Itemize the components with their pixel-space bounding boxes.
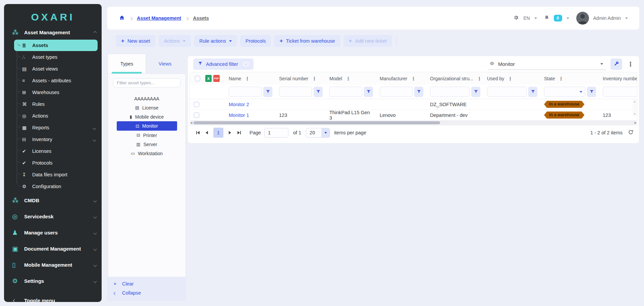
asset-name-link[interactable]: Monitor 1	[229, 113, 249, 118]
column-filter-funnel-button[interactable]	[471, 87, 480, 97]
breadcrumb-link-asset-management[interactable]: Asset Management	[137, 15, 181, 21]
sidebar-item-actions[interactable]: ◎Actions	[14, 110, 98, 122]
sidebar-item-inventory[interactable]: ⊟Inventory	[14, 133, 98, 145]
sidebar-item-asset-views[interactable]: ▤Asset views	[14, 63, 98, 75]
add-new-ticket-button[interactable]: +Add new ticket	[343, 35, 392, 47]
collapse-button[interactable]: Collapse	[108, 288, 185, 297]
asset-type-printer[interactable]: ⊟Printer	[108, 131, 185, 140]
column-filter-input[interactable]	[603, 87, 637, 97]
column-filter-input[interactable]	[430, 87, 470, 97]
table-filter-bar: Advanced filter - Monitor ⋮	[188, 56, 639, 72]
previous-page-button[interactable]	[202, 128, 211, 137]
protocols-button[interactable]: Protocols	[240, 35, 271, 47]
scroll-down-icon[interactable]: ▼	[633, 113, 636, 116]
gear-icon[interactable]	[513, 15, 519, 21]
horizontal-scrollbar[interactable]: ◀ ▶	[190, 121, 637, 125]
last-page-button[interactable]	[234, 128, 244, 137]
asset-type-workstation[interactable]: ▭Workstation	[108, 149, 185, 158]
sidebar-item-protocols[interactable]: ✔Protocols	[14, 157, 98, 169]
sidebar-section-cmdb[interactable]: ⁂CMDB	[4, 192, 102, 208]
notifications-dropdown-caret-icon[interactable]	[567, 17, 569, 19]
column-menu-icon[interactable]: ⋮	[411, 76, 416, 81]
column-settings-button[interactable]	[610, 58, 622, 70]
language-dropdown-caret-icon[interactable]	[534, 17, 537, 19]
asset-type-license[interactable]: ▤License	[108, 103, 185, 112]
horizontal-scrollbar-thumb[interactable]	[194, 121, 440, 124]
view-select[interactable]: Monitor	[488, 58, 606, 70]
sidebar-item-assets-attributes[interactable]: ≡Assets - attributes	[14, 75, 98, 86]
breadcrumb-current-assets[interactable]: Assets	[193, 15, 209, 21]
clear-button[interactable]: ×Clear	[108, 279, 185, 288]
table-kebab-menu[interactable]: ⋮	[627, 60, 634, 68]
column-menu-icon[interactable]: ⋮	[245, 76, 250, 81]
actions-button[interactable]: Actions	[159, 35, 191, 47]
sidebar-item-label: Assets	[32, 43, 48, 48]
tab-views[interactable]: Views	[146, 54, 184, 74]
vertical-scrollbar[interactable]: ▲ ▼	[633, 99, 637, 116]
column-filter-funnel-button[interactable]	[587, 87, 596, 97]
column-filter-input[interactable]	[380, 87, 413, 97]
scroll-left-icon[interactable]: ◀	[190, 121, 192, 124]
avatar[interactable]	[576, 12, 589, 25]
row-checkbox[interactable]	[194, 102, 199, 107]
next-page-button[interactable]	[225, 128, 234, 137]
sidebar-item-asset-types[interactable]: ∴Asset types	[14, 51, 98, 63]
asset-type-mobile-device[interactable]: ▮Mobile device	[108, 112, 185, 121]
asset-type-label: Printer	[143, 133, 157, 138]
toggle-menu-button[interactable]: Toggle menu	[4, 294, 102, 302]
user-menu-caret-icon[interactable]	[625, 17, 628, 19]
column-filter-funnel-button[interactable]	[314, 87, 323, 97]
home-icon[interactable]	[119, 15, 125, 22]
column-menu-icon[interactable]: ⋮	[346, 76, 351, 81]
sidebar-item-data-files-import[interactable]: ↧Data files import	[14, 169, 98, 180]
column-filter-funnel-button[interactable]	[263, 87, 272, 97]
sidebar-section-document-management[interactable]: ▣Document Management	[4, 241, 102, 257]
sidebar-section-manage-users[interactable]: ♟Manage users	[4, 224, 102, 241]
sidebar-item-configuration[interactable]: ⚙Configuration	[14, 180, 98, 192]
advanced-filter-button[interactable]: Advanced filter -	[193, 58, 254, 70]
sidebar-item-rules[interactable]: ⌘Rules	[14, 98, 98, 110]
sidebar-item-warehouses[interactable]: ⊞Warehouses	[14, 86, 98, 98]
current-page-button[interactable]: 1	[213, 128, 223, 138]
column-filter-funnel-button[interactable]	[364, 87, 373, 97]
sidebar-section-servicedesk[interactable]: ◎Servicedesk	[4, 208, 102, 224]
column-filter-funnel-button[interactable]	[414, 87, 423, 97]
bell-icon[interactable]	[544, 15, 549, 21]
asset-type-aaaaaaaa[interactable]: AAAAAAAA	[108, 94, 185, 103]
sidebar-item-reports[interactable]: ▦Reports	[14, 122, 98, 133]
sidebar-item-licenses[interactable]: ✔Licenses	[14, 145, 98, 157]
filter-asset-types-input[interactable]	[113, 78, 180, 87]
new-asset-button[interactable]: +New asset	[116, 35, 156, 47]
sidebar-section-mobile-management[interactable]: ▯Mobile Management	[4, 257, 102, 273]
first-page-button[interactable]	[193, 128, 202, 137]
column-menu-icon[interactable]: ⋮	[477, 76, 482, 81]
tab-types[interactable]: Types	[108, 54, 146, 74]
items-per-page-select[interactable]: 20	[306, 128, 330, 138]
export-excel-icon[interactable]: X	[205, 75, 212, 82]
sidebar-item-assets[interactable]: ≣Assets	[14, 40, 98, 51]
export-pdf-icon[interactable]: PDF	[213, 75, 220, 82]
column-filter-input[interactable]	[487, 87, 527, 97]
page-number-input[interactable]	[264, 128, 288, 138]
refresh-icon[interactable]	[628, 129, 634, 136]
asset-type-server[interactable]: ▥Server	[108, 140, 185, 149]
column-menu-icon[interactable]: ⋮	[312, 76, 317, 81]
column-filter-input[interactable]	[279, 87, 312, 97]
column-filter-input[interactable]	[229, 87, 262, 97]
column-filter-input[interactable]	[329, 87, 362, 97]
column-menu-icon[interactable]: ⋮	[508, 76, 513, 81]
scroll-right-icon[interactable]: ▶	[635, 121, 637, 124]
column-filter-input[interactable]	[544, 87, 585, 97]
row-checkbox[interactable]	[194, 113, 199, 118]
asset-type-label: Server	[144, 142, 157, 147]
rule-actions-button[interactable]: Rule actions	[194, 35, 237, 47]
ticket-from-warehouse-button[interactable]: +Ticket from warehouse	[274, 35, 340, 47]
scroll-up-icon[interactable]: ▲	[633, 100, 636, 103]
advanced-filter-count-chip[interactable]: -	[241, 60, 251, 68]
asset-name-link[interactable]: Monitor 2	[229, 102, 249, 107]
select-all-checkbox[interactable]	[195, 76, 200, 81]
column-menu-icon[interactable]: ⋮	[559, 76, 564, 81]
column-filter-funnel-button[interactable]	[528, 87, 537, 97]
sidebar-section-settings[interactable]: ⚙Settings	[4, 273, 102, 289]
asset-type-monitor[interactable]: ⊡Monitor	[117, 121, 177, 131]
